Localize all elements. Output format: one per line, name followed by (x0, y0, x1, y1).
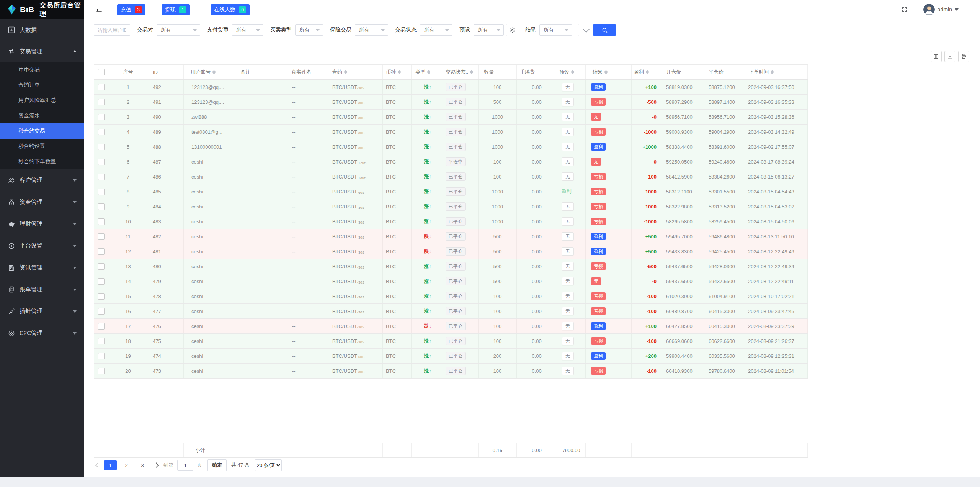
row-checkbox[interactable] (98, 189, 105, 195)
preset-button[interactable]: 无 (562, 307, 574, 315)
page-size-select[interactable]: 20 条/页 (255, 459, 282, 471)
admin-username[interactable]: admin (938, 7, 952, 13)
sort-icon[interactable] (604, 70, 608, 74)
row-checkbox[interactable] (98, 218, 105, 225)
column-header-coin[interactable]: 币种 (383, 65, 412, 79)
filter-select-买卖类型[interactable]: 所有 (295, 24, 323, 36)
row-checkbox[interactable] (98, 159, 105, 165)
filter-select-结果[interactable]: 所有 (539, 24, 572, 36)
row-checkbox[interactable] (98, 129, 105, 135)
preset-button[interactable]: 无 (562, 337, 574, 345)
sort-icon[interactable] (398, 70, 401, 74)
preset-button[interactable]: 无 (562, 83, 574, 91)
sort-icon[interactable] (344, 70, 347, 74)
sidebar-subitem-币币交易[interactable]: 币币交易 (0, 62, 84, 77)
filter-select-保险交易[interactable]: 所有 (355, 24, 388, 36)
preset-button[interactable]: 无 (562, 367, 574, 375)
preset-button[interactable]: 无 (562, 352, 574, 360)
preset-button[interactable]: 无 (562, 202, 574, 211)
preset-gear-button[interactable] (506, 24, 518, 36)
column-header-contract[interactable]: 合约 (329, 65, 383, 79)
preset-button[interactable]: 无 (562, 143, 574, 151)
row-checkbox[interactable] (98, 308, 105, 315)
sidebar-item-平台设置[interactable]: 平台设置 (0, 235, 84, 257)
filter-select-交易状态[interactable]: 所有 (420, 24, 452, 36)
row-checkbox[interactable] (98, 368, 105, 374)
sidebar-collapse-icon[interactable] (94, 5, 104, 15)
sort-icon[interactable] (771, 70, 774, 74)
row-checkbox[interactable] (98, 278, 105, 285)
sidebar-subitem-合约订单[interactable]: 合约订单 (0, 77, 84, 93)
jump-page-input[interactable] (177, 460, 193, 471)
column-header-account[interactable]: 用户账号 (184, 65, 237, 79)
sidebar-subitem-秒合约设置[interactable]: 秒合约设置 (0, 139, 84, 154)
preset-button[interactable]: 无 (562, 217, 574, 226)
filter-select-交易对[interactable]: 所有 (157, 24, 200, 36)
preset-button[interactable]: 无 (562, 292, 574, 300)
search-button[interactable] (593, 24, 616, 36)
filter-select-支付货币[interactable]: 所有 (232, 24, 263, 36)
prev-page-button[interactable] (94, 460, 102, 471)
page-button-2[interactable]: 2 (120, 460, 133, 470)
preset-button[interactable]: 无 (562, 277, 574, 285)
next-page-button[interactable] (152, 460, 160, 471)
sort-icon[interactable] (646, 70, 649, 74)
page-button-1[interactable]: 1 (104, 460, 117, 470)
column-header-result[interactable]: 结果 (586, 65, 632, 79)
preset-button[interactable]: 无 (562, 157, 574, 166)
sort-icon[interactable] (427, 70, 430, 74)
sidebar-item-大数据[interactable]: 大数据 (0, 19, 84, 41)
sidebar-item-客户管理[interactable]: 客户管理 (0, 169, 84, 191)
row-checkbox[interactable] (98, 353, 105, 359)
row-checkbox[interactable] (98, 293, 105, 300)
sort-icon[interactable] (571, 70, 574, 74)
row-checkbox[interactable] (98, 174, 105, 180)
sidebar-item-资讯管理[interactable]: 资讯管理 (0, 257, 84, 279)
row-checkbox[interactable] (98, 233, 105, 240)
sidebar-item-理财管理[interactable]: 理财管理 (0, 213, 84, 235)
topbar-button-2[interactable]: 提现1 (162, 4, 190, 15)
collapse-search-button[interactable] (578, 24, 593, 36)
preset-button[interactable]: 无 (562, 98, 574, 106)
sidebar-item-插针管理[interactable]: 插针管理 (0, 300, 84, 322)
topbar-button-1[interactable]: 充值3 (117, 4, 145, 15)
row-checkbox[interactable] (98, 338, 105, 344)
preset-button[interactable]: 无 (562, 262, 574, 271)
export-button[interactable] (944, 51, 956, 62)
grid-button[interactable] (931, 51, 942, 62)
sidebar-item-交易管理[interactable]: 交易管理 (0, 41, 84, 62)
row-checkbox[interactable] (98, 263, 105, 270)
preset-button[interactable]: 无 (562, 247, 574, 256)
sort-icon[interactable] (470, 70, 473, 74)
sort-icon[interactable] (212, 70, 216, 74)
row-checkbox[interactable] (98, 144, 105, 150)
sidebar-subitem-秒合约下单数量[interactable]: 秒合约下单数量 (0, 154, 84, 169)
preset-button[interactable]: 无 (562, 172, 574, 181)
avatar[interactable] (923, 4, 935, 15)
page-button-3[interactable]: 3 (136, 460, 149, 470)
confirm-button[interactable]: 确定 (207, 459, 227, 471)
user-id-input[interactable] (94, 24, 130, 36)
row-checkbox[interactable] (98, 248, 105, 255)
preset-button[interactable]: 无 (562, 232, 574, 241)
sidebar-subitem-秒合约交易[interactable]: 秒合约交易 (0, 123, 84, 139)
column-header-status[interactable]: 交易状态.. (444, 65, 479, 79)
column-header-type[interactable]: 类型 (412, 65, 444, 79)
column-header-profit[interactable]: 盈利 (632, 65, 662, 79)
row-checkbox[interactable] (98, 203, 105, 210)
row-checkbox[interactable] (98, 114, 105, 120)
sidebar-item-资金管理[interactable]: 资金管理 (0, 191, 84, 213)
preset-button[interactable]: 无 (562, 322, 574, 330)
row-checkbox[interactable] (98, 84, 105, 90)
sidebar-item-跟单管理[interactable]: 跟单管理 (0, 279, 84, 300)
filter-select-预设[interactable]: 所有 (474, 24, 504, 36)
preset-button[interactable]: 无 (562, 113, 574, 121)
preset-button[interactable]: 无 (562, 128, 574, 136)
select-all-checkbox[interactable] (98, 69, 105, 75)
column-header-time[interactable]: 下单时间 (746, 65, 808, 79)
fullscreen-icon[interactable] (901, 6, 908, 13)
print-button[interactable] (958, 51, 969, 62)
topbar-button-3[interactable]: 在线人数0 (211, 4, 250, 15)
sidebar-subitem-用户风险率汇总[interactable]: 用户风险率汇总 (0, 93, 84, 108)
sidebar-subitem-资金流水[interactable]: 资金流水 (0, 108, 84, 123)
